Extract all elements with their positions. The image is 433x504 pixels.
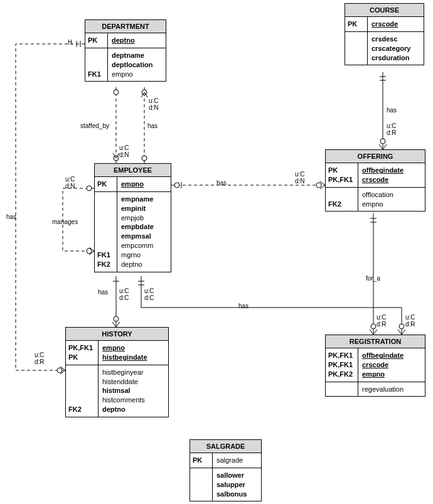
card-label: d:N [295, 178, 305, 185]
er-diagram-canvas: DEPARTMENT PK deptno FK1 deptname deptlo… [0, 0, 433, 504]
card-label: u:C [144, 287, 154, 294]
entity-department: DEPARTMENT PK deptno FK1 deptname deptlo… [85, 19, 166, 82]
svg-point-12 [57, 368, 62, 373]
svg-point-4 [380, 139, 385, 144]
rel-label: has [216, 180, 227, 186]
rel-label: staffed_by [80, 122, 109, 129]
rel-label: H [68, 39, 72, 46]
svg-point-3 [142, 156, 147, 161]
rel-label: has [147, 122, 158, 129]
pk-attr: crscode [372, 19, 420, 29]
entity-registration: REGISTRATION PK,FK1 PK,FK1 PK,FK2 offbeg… [325, 335, 425, 397]
entity-title: OFFERING [326, 150, 425, 163]
svg-point-1 [114, 156, 119, 161]
key-label: PK [95, 177, 117, 191]
svg-point-0 [114, 90, 119, 95]
pk-attr: histbegindate [102, 353, 164, 362]
key-label: FK2 [326, 188, 358, 212]
entity-title: COURSE [345, 4, 424, 17]
pk-attr: crscode [362, 360, 421, 370]
svg-point-6 [316, 183, 321, 188]
key-label [345, 32, 368, 65]
pk-attr: empno [121, 180, 167, 189]
card-label: d:N [149, 104, 159, 111]
card-label: d:N [65, 183, 75, 190]
rel-label: for_a [366, 275, 380, 282]
entity-title: DEPARTMENT [85, 20, 166, 33]
attr-cell: histbeginyear histenddate histmsal histc… [99, 365, 168, 417]
rel-label: has [238, 303, 249, 309]
key-label: FK2 [66, 365, 99, 417]
pk-attr: crscode [362, 175, 421, 185]
pk-attr: empno [102, 343, 164, 353]
card-label: u:C [119, 144, 129, 151]
attr-cell: offbegindate crscode empno [358, 348, 425, 382]
svg-point-8 [399, 324, 404, 329]
key-label [326, 382, 358, 397]
pk-attr: offbegindate [362, 351, 421, 360]
card-label: u:C [119, 287, 129, 294]
entity-offering: OFFERING PK PK,FK1 offbegindate crscode … [325, 149, 425, 212]
attr-cell: regevaluation [358, 382, 425, 397]
attr-cell: crsdesc crscategory crsduration [368, 32, 424, 65]
svg-point-7 [371, 324, 376, 329]
entity-title: SALGRADE [190, 440, 261, 453]
rel-label: has [6, 213, 16, 220]
card-label: u:C [295, 171, 305, 178]
svg-point-2 [142, 90, 147, 95]
entity-title: EMPLOYEE [95, 164, 171, 177]
key-label: FK1 FK2 [95, 192, 117, 272]
attr-cell: offlocation empno [358, 188, 425, 212]
pk-attr: empno [362, 370, 421, 379]
entity-history: HISTORY PK,FK1 PK empno histbegindate FK… [65, 327, 169, 417]
attr-cell: empname empinit empjob empbdate empmsal … [117, 192, 171, 272]
svg-point-5 [174, 183, 179, 188]
key-label [190, 468, 213, 501]
attr-cell: offbegindate crscode [358, 163, 425, 187]
card-label: d:R [377, 321, 387, 328]
key-label: PK [190, 453, 213, 468]
entity-course: COURSE PK crscode crsdesc crscategory cr… [345, 3, 424, 65]
card-label: u:C [35, 351, 45, 358]
rel-label: has [387, 107, 397, 114]
attr-cell: deptno [108, 33, 166, 48]
card-label: d:C [119, 294, 129, 301]
attr-cell: deptname deptlocation empno [108, 48, 166, 82]
card-label: d:N [119, 151, 129, 158]
attr-cell: empno histbegindate [99, 341, 168, 365]
pk-attr: salgrade [216, 456, 243, 464]
key-label: PK,FK1 PK [66, 341, 99, 365]
attr-cell: sallower salupper salbonus [213, 468, 261, 501]
card-label: u:C [377, 314, 387, 321]
card-label: d:R [35, 358, 45, 365]
key-label: PK [85, 33, 108, 48]
entity-salgrade: SALGRADE PK salgrade sallower salupper s… [190, 439, 262, 501]
card-label: u:C [387, 122, 397, 129]
card-label: d:C [144, 294, 154, 301]
attr-cell: crscode [368, 17, 424, 31]
entity-title: REGISTRATION [326, 335, 425, 348]
entity-title: HISTORY [66, 328, 168, 341]
rel-label: has [98, 289, 108, 296]
key-label: PK,FK1 PK,FK1 PK,FK2 [326, 348, 358, 382]
rel-label: manages [52, 218, 78, 225]
svg-point-9 [114, 316, 119, 321]
card-label: u:C [405, 314, 415, 321]
key-label: PK PK,FK1 [326, 163, 358, 187]
pk-attr: deptno [112, 36, 162, 45]
card-label: u:C [65, 176, 75, 183]
svg-point-11 [87, 249, 92, 254]
card-label: d:R [405, 321, 415, 328]
attr-cell: salgrade [213, 453, 261, 468]
card-label: u:C [149, 97, 159, 104]
key-label: FK1 [85, 48, 108, 82]
pk-attr: offbegindate [362, 166, 421, 175]
entity-employee: EMPLOYEE PK empno FK1 FK2 empname empini… [94, 163, 171, 272]
attr-cell: empno [117, 177, 171, 191]
svg-point-10 [87, 186, 92, 191]
key-label: PK [345, 17, 368, 31]
card-label: d:R [387, 129, 397, 136]
